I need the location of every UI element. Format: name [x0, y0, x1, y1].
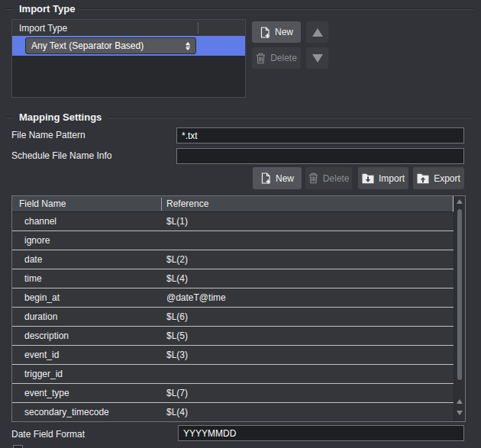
field-name-cell: channel [12, 216, 161, 227]
table-row[interactable]: channel $L(1) [12, 212, 454, 231]
reference-cell: $L(2) [161, 254, 454, 265]
table-row[interactable]: duration $L(6) [12, 308, 454, 327]
date-field-format-input[interactable] [178, 425, 464, 441]
table-row[interactable]: description $L(5) [12, 327, 454, 346]
field-name-cell: secondary_timecode [12, 407, 161, 417]
reference-cell: $L(7) [161, 388, 454, 398]
table-row[interactable]: trigger_id [12, 365, 454, 384]
schedule-file-name-info-label: Schedule File Name Info [11, 150, 111, 161]
groupbox-line [6, 8, 14, 9]
reference-cell: $L(1) [161, 216, 454, 227]
column-separator [198, 22, 199, 34]
groupbox-line [107, 117, 473, 118]
scrollbar-thumb[interactable] [457, 209, 462, 380]
field-table-body: channel $L(1) ignore date $L(2) time $L(… [12, 212, 454, 422]
field-mapping-table: Field Name Reference channel $L(1) ignor… [11, 195, 466, 422]
folder-export-icon [417, 173, 429, 184]
import-type-combobox[interactable]: Any Text (Separator Based) [25, 37, 196, 54]
file-name-pattern-label: File Name Pattern [11, 130, 86, 140]
field-name-cell: description [12, 330, 161, 341]
move-up-button[interactable] [306, 21, 328, 43]
import-button[interactable]: Import [358, 167, 408, 189]
import-settings-panel: Import Type Import Type Any Text (Separa… [0, 0, 481, 448]
table-scrollbar[interactable] [454, 196, 465, 421]
field-name-cell: date [12, 254, 161, 265]
trash-icon [308, 172, 318, 184]
mapping-settings-group-header: Mapping Settings [6, 111, 473, 124]
field-name-cell: ignore [12, 235, 161, 246]
triangle-down-icon [312, 54, 323, 63]
scrollbar-down-icon[interactable] [457, 411, 463, 415]
table-row[interactable]: event_id $L(3) [12, 346, 454, 365]
import-type-group-header: Import Type [6, 2, 473, 15]
import-type-column-header: Import Type [19, 23, 67, 34]
mapping-delete-button[interactable]: Delete [305, 167, 352, 189]
table-row[interactable]: secondary_timecode $L(4) [12, 403, 454, 422]
date-field-format-label: Date Field Format [11, 429, 85, 440]
field-name-cell: duration [12, 311, 161, 322]
table-row[interactable]: event_type $L(7) [12, 384, 454, 403]
field-name-cell: event_type [12, 388, 161, 398]
combobox-value: Any Text (Separator Based) [31, 40, 186, 51]
reference-cell: @dateT@time [161, 292, 454, 303]
import-type-table: Import Type Any Text (Separator Based) [11, 19, 246, 98]
field-name-cell: event_id [12, 350, 161, 360]
move-down-button[interactable] [306, 47, 328, 69]
triangle-up-icon [312, 28, 323, 37]
table-row[interactable]: date $L(2) [12, 250, 454, 269]
reference-cell: $L(4) [161, 407, 454, 417]
field-table-header: Field Name Reference [12, 196, 454, 212]
schedule-file-name-info-input[interactable] [176, 148, 464, 164]
scrollbar-up-icon[interactable] [457, 399, 463, 404]
table-row[interactable]: ignore [12, 231, 454, 250]
field-name-cell: trigger_id [12, 369, 161, 379]
table-row[interactable]: begin_at @dateT@time [12, 288, 454, 308]
import-type-selected-row[interactable]: Any Text (Separator Based) [12, 36, 245, 56]
import-type-delete-button[interactable]: Delete [252, 47, 301, 69]
trash-icon [256, 53, 266, 64]
folder-import-icon [362, 173, 374, 184]
checkbox[interactable] [13, 445, 23, 448]
import-type-new-button[interactable]: New [252, 21, 301, 43]
export-button[interactable]: Export [413, 167, 464, 189]
import-type-table-header: Import Type [12, 20, 245, 36]
reference-cell: $L(4) [161, 273, 454, 284]
field-name-column-header: Field Name [12, 198, 161, 209]
mapping-settings-group-title: Mapping Settings [14, 111, 107, 123]
column-separator [161, 198, 162, 211]
table-row[interactable]: time $L(4) [12, 269, 454, 288]
reference-column-header: Reference [161, 198, 453, 209]
field-name-cell: begin_at [12, 292, 161, 303]
field-name-cell: time [12, 273, 161, 284]
mapping-new-button[interactable]: New [253, 167, 302, 189]
groupbox-line [6, 117, 14, 118]
file-name-pattern-input[interactable] [176, 127, 464, 143]
file-plus-icon [260, 27, 270, 38]
import-type-group-title: Import Type [14, 3, 80, 15]
scrollbar-up-icon[interactable] [457, 199, 463, 204]
groupbox-line [80, 8, 473, 9]
up-down-spinner-icon [186, 42, 190, 50]
reference-cell: $L(3) [161, 350, 454, 360]
reference-cell: $L(5) [161, 330, 454, 341]
file-plus-icon [260, 172, 271, 184]
reference-cell: $L(6) [161, 311, 454, 322]
